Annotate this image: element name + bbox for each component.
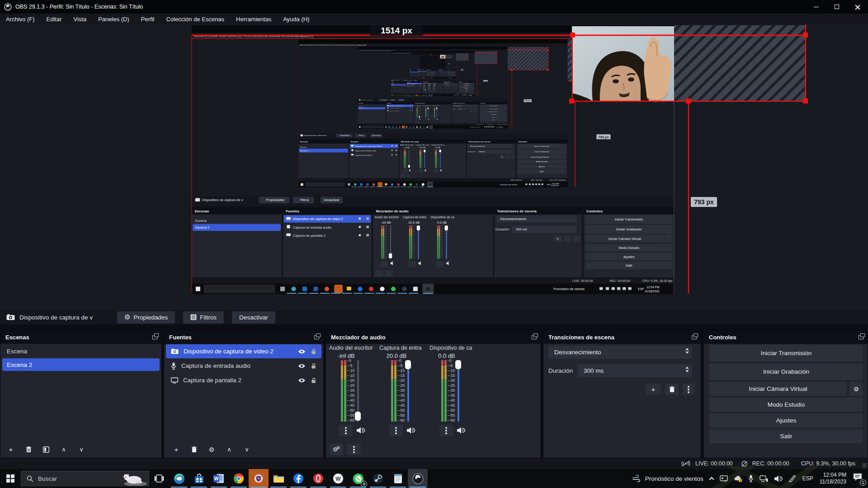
search-input[interactable]: Buscar [21,471,149,486]
settings-button[interactable]: Ajustes [709,413,863,427]
taskbar-file-explorer[interactable] [269,469,288,488]
move-scene-down-button[interactable]: ∨ [75,444,88,455]
popout-icon[interactable] [314,335,319,339]
popout-icon[interactable] [532,335,537,339]
popout-icon[interactable] [692,335,697,339]
menu-herramientas[interactable]: Herramientas [230,14,277,24]
popout-icon[interactable] [152,335,157,339]
visibility-eye-icon[interactable] [298,378,306,383]
move-source-down-button[interactable]: ∨ [240,444,254,455]
minimize-button[interactable] [806,0,826,14]
source-row[interactable]: Captura de entrada audio [166,359,321,373]
menu-ayuda[interactable]: Ayuda (H) [277,14,315,24]
scene-item-selected[interactable]: Escena 2 [2,358,160,371]
menu-vista[interactable]: Vista [68,14,93,24]
meter-tick: -60 [397,418,405,422]
taskbar-notepad[interactable] [388,469,408,488]
remove-source-button[interactable] [187,444,201,455]
properties-button[interactable]: ⚙ Propiedades [117,311,175,324]
channel-name: Captura de entra [379,345,426,351]
menu-coleccion-escenas[interactable]: Colección de Escenas [160,14,230,24]
volume-slider[interactable] [405,360,411,422]
start-button[interactable] [0,469,21,488]
taskbar-word[interactable]: W [209,469,229,488]
mixer-menu-button[interactable] [347,444,361,455]
taskbar-security-shield[interactable] [249,469,269,488]
channel-menu-button[interactable] [439,425,453,436]
source-row[interactable]: Captura de pantalla 2 [166,373,321,387]
add-transition-button[interactable]: + [646,384,661,395]
start-recording-button[interactable]: Iniciar Grabación [709,363,863,380]
lock-open-icon[interactable] [311,348,316,355]
filter-icon [190,314,197,320]
screen-cast-icon[interactable] [720,475,728,482]
transition-menu-button[interactable] [683,384,694,395]
volume-meter: 0-5-10-15-20-25-30-35-40-45-50-55-60 [429,360,480,422]
language-indicator[interactable]: ESP [802,475,813,482]
start-virtual-camera-button[interactable]: Iniciar Cámara Virtual [709,382,847,396]
microphone-tray-icon[interactable] [748,475,754,482]
deactivate-button[interactable]: Desactivar [232,311,275,324]
duration-spinbox[interactable]: 300 ms [578,364,692,377]
menu-paneles[interactable]: Paneles (D) [92,14,135,24]
visibility-eye-icon[interactable] [298,363,306,369]
lock-open-icon[interactable] [311,377,316,384]
taskbar-store[interactable] [189,469,209,488]
resize-grip[interactable] [862,463,867,468]
taskbar-wattpad[interactable]: W [328,469,348,488]
studio-mode-button[interactable]: Modo Estudio [709,398,863,412]
popout-icon[interactable] [859,335,863,339]
taskbar-chrome[interactable] [229,469,249,488]
visibility-eye-icon[interactable] [298,349,306,354]
taskbar-opera[interactable] [308,469,328,488]
virtual-camera-settings-button[interactable]: ⚙ [849,382,863,396]
pen-icon[interactable] [788,475,796,482]
lock-open-icon[interactable] [311,363,316,369]
transition-select[interactable]: Desvanecimiento [548,346,692,359]
taskbar-whatsapp[interactable]: 9 [348,469,368,488]
scene-item[interactable]: Escena [2,345,160,357]
source-properties-button[interactable]: ⚙ [205,444,218,455]
system-tray: Pronóstico de vientos [632,472,868,485]
volume-slider[interactable] [455,360,462,422]
menu-archivo[interactable]: Archivo (F) [0,14,41,24]
network-icon[interactable] [760,475,768,482]
taskbar-steam[interactable] [368,469,388,488]
advanced-audio-button[interactable]: ⚙⚙ [330,444,343,455]
filters-button[interactable]: Filtros [183,311,224,324]
meter-tick: -10 [397,369,405,372]
close-button[interactable] [847,0,868,14]
menu-perfil[interactable]: Perfil [135,14,160,24]
source-row-selected[interactable]: Dispositivo de captura de video 2 [166,344,321,358]
speaker-icon[interactable] [406,427,415,434]
speaker-icon[interactable] [356,427,365,434]
taskbar-facebook[interactable] [288,469,308,488]
volume-tray-icon[interactable] [774,475,783,482]
add-scene-button[interactable]: + [4,444,18,455]
move-source-up-button[interactable]: ∧ [222,444,236,455]
onedrive-alert-icon[interactable] [734,475,742,482]
channel-menu-button[interactable] [389,425,403,436]
remove-transition-button[interactable] [665,384,679,395]
audio-mixer-panel: Mezclador de audio Audio del escritor -i… [326,330,541,458]
maximize-button[interactable] [826,0,847,14]
tray-expand-icon[interactable] [709,477,714,482]
add-source-button[interactable]: + [170,444,183,455]
move-scene-up-button[interactable]: ∧ [57,444,71,455]
start-streaming-button[interactable]: Iniciar Transmisión [709,345,863,361]
clock[interactable]: 12:04 PM 11/18/2023 [820,472,846,485]
menu-editar[interactable]: Editar [41,14,68,24]
weather-widget[interactable]: Pronóstico de vientos [632,475,703,482]
volume-meter: 0-5-10-15-20-25-30-35-40-45-50-55-60 [379,360,429,422]
exit-button[interactable]: Salir [709,429,863,443]
notification-center-button[interactable]: 1 [853,473,864,484]
channel-menu-button[interactable] [339,425,353,436]
task-view-button[interactable] [149,469,169,488]
webcam-source[interactable] [572,26,674,102]
taskbar-obs-studio[interactable] [408,469,428,488]
scene-filters-button[interactable] [39,444,53,455]
taskbar-edge[interactable] [169,469,189,488]
volume-slider[interactable] [355,360,361,422]
speaker-icon[interactable] [457,427,465,434]
remove-scene-button[interactable] [22,444,35,455]
